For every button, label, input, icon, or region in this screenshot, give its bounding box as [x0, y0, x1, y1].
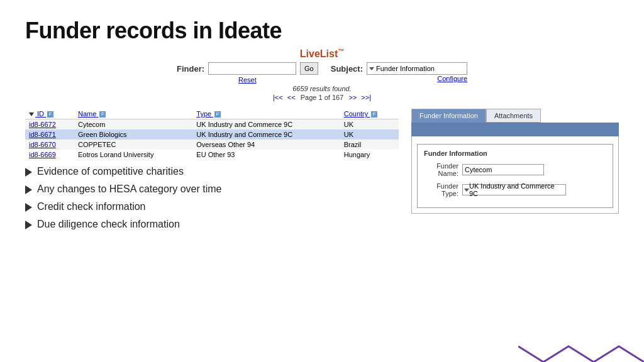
funder-type-value: UK Industry and Commerce 9C — [469, 182, 564, 197]
funder-info-legend: Funder Information — [424, 150, 606, 157]
right-panel: Funder InformationAttachments Funder Inf… — [411, 109, 619, 236]
table-row[interactable]: id8-6670 COPPETEC Overseas Other 94 Braz… — [25, 140, 399, 150]
panel-tabs: Funder InformationAttachments — [411, 109, 619, 123]
type-cell: UK Industry and Commerce 9C — [192, 129, 340, 140]
col-id[interactable]: ID F — [25, 109, 74, 119]
page-info: Page 1 of 167 — [301, 94, 344, 101]
bullet-list: Evidence of competitive charitiesAny cha… — [25, 166, 399, 230]
name-cell: Eotros Lorand University — [74, 150, 192, 160]
filter-icon-name[interactable]: F — [99, 111, 106, 118]
pagination: |<< << Page 1 of 167 >> >>| — [272, 94, 372, 101]
id-link[interactable]: id8-6671 — [29, 131, 56, 138]
bullet-item: Evidence of competitive charities — [25, 166, 399, 177]
table-row[interactable]: id8-6671 Green Biologics UK Industry and… — [25, 129, 399, 140]
finder-subject-row: Finder: Go Reset Subject: Funder Informa… — [177, 62, 467, 84]
id-link[interactable]: id8-6669 — [29, 151, 56, 158]
subject-select[interactable]: Funder Information — [367, 62, 467, 75]
filter-icon-country[interactable]: F — [371, 111, 377, 118]
bullet-text: Due diligence check information — [37, 219, 180, 230]
livelist-section: LiveList™ Finder: Go Reset Subject: Fund… — [25, 48, 619, 105]
funder-name-input[interactable] — [462, 164, 544, 175]
bullet-arrow-icon — [25, 168, 32, 177]
funder-type-row: FunderType: UK Industry and Commerce 9C — [424, 182, 606, 197]
country-cell: Hungary — [340, 150, 399, 160]
funder-type-arrow — [464, 189, 469, 192]
funder-name-label: FunderName: — [424, 162, 458, 177]
col-type-label: Type — [196, 110, 211, 118]
bullet-text: Any changes to HESA category over time — [37, 184, 221, 195]
last-page-link[interactable]: >>| — [361, 94, 371, 101]
bullet-arrow-icon — [25, 221, 32, 229]
subject-label: Subject: — [331, 64, 363, 74]
records-table: ID F Name F Type F Country — [25, 109, 399, 160]
col-name-label: Name — [78, 110, 96, 118]
panel-tab[interactable]: Attachments — [486, 109, 541, 123]
slide-container: Funder records in Ideate LiveList™ Finde… — [0, 0, 644, 362]
type-cell: Overseas Other 94 — [192, 140, 340, 150]
filter-icon-id[interactable]: F — [47, 111, 53, 118]
col-type[interactable]: Type F — [192, 109, 340, 119]
sort-arrow-id — [29, 112, 34, 116]
bullet-arrow-icon — [25, 203, 32, 212]
finder-input[interactable] — [208, 62, 296, 75]
col-id-label: ID — [37, 110, 44, 118]
livelist-brand: LiveList™ — [300, 48, 344, 60]
bullet-arrow-icon — [25, 185, 32, 194]
main-content: ID F Name F Type F Country — [25, 109, 619, 236]
country-cell: Brazil — [340, 140, 399, 150]
funder-name-row: FunderName: — [424, 162, 606, 177]
panel-tab[interactable]: Funder Information — [411, 109, 486, 123]
country-cell: UK — [340, 119, 399, 130]
col-name[interactable]: Name F — [74, 109, 192, 119]
panel-header-bar — [411, 123, 619, 136]
col-country[interactable]: Country F — [340, 109, 399, 119]
bullet-text: Evidence of competitive charities — [37, 166, 184, 177]
go-button[interactable]: Go — [300, 62, 318, 75]
reset-link[interactable]: Reset — [177, 76, 318, 84]
configure-link[interactable]: Configure — [331, 75, 467, 82]
name-cell: COPPETEC — [74, 140, 192, 150]
bullet-text: Credit check information — [37, 201, 146, 212]
type-cell: UK Industry and Commerce 9C — [192, 119, 340, 130]
filter-icon-type[interactable]: F — [214, 111, 221, 118]
bullet-item: Any changes to HESA category over time — [25, 184, 399, 195]
funder-info-section: Funder Information FunderName: FunderTyp… — [417, 144, 613, 208]
id-link[interactable]: id8-6672 — [29, 121, 56, 128]
subject-value: Funder Information — [376, 65, 435, 72]
funder-type-label: FunderType: — [424, 182, 458, 197]
prev-page-link[interactable]: << — [287, 94, 296, 101]
left-content: ID F Name F Type F Country — [25, 109, 399, 236]
first-page-link[interactable]: |<< — [273, 94, 283, 101]
next-page-link[interactable]: >> — [348, 94, 357, 101]
table-row[interactable]: id8-6669 Eotros Lorand University EU Oth… — [25, 150, 399, 160]
results-count: 6659 results found. — [292, 85, 352, 92]
panel-body: Funder Information FunderName: FunderTyp… — [411, 136, 619, 214]
subject-dropdown-arrow — [369, 67, 374, 70]
bottom-decoration — [518, 331, 644, 362]
slide-title: Funder records in Ideate — [25, 18, 619, 44]
name-cell: Green Biologics — [74, 129, 192, 140]
finder-group: Finder: Go Reset — [177, 62, 318, 84]
bullet-item: Due diligence check information — [25, 219, 399, 230]
subject-group: Subject: Funder Information Configure — [331, 62, 467, 82]
name-cell: Cytecom — [74, 119, 192, 130]
type-cell: EU Other 93 — [192, 150, 340, 160]
id-link[interactable]: id8-6670 — [29, 141, 56, 148]
col-country-label: Country — [344, 110, 369, 118]
finder-label: Finder: — [177, 64, 204, 74]
bullet-item: Credit check information — [25, 201, 399, 212]
table-row[interactable]: id8-6672 Cytecom UK Industry and Commerc… — [25, 119, 399, 130]
funder-type-select[interactable]: UK Industry and Commerce 9C — [462, 184, 566, 195]
country-cell: UK — [340, 129, 399, 140]
